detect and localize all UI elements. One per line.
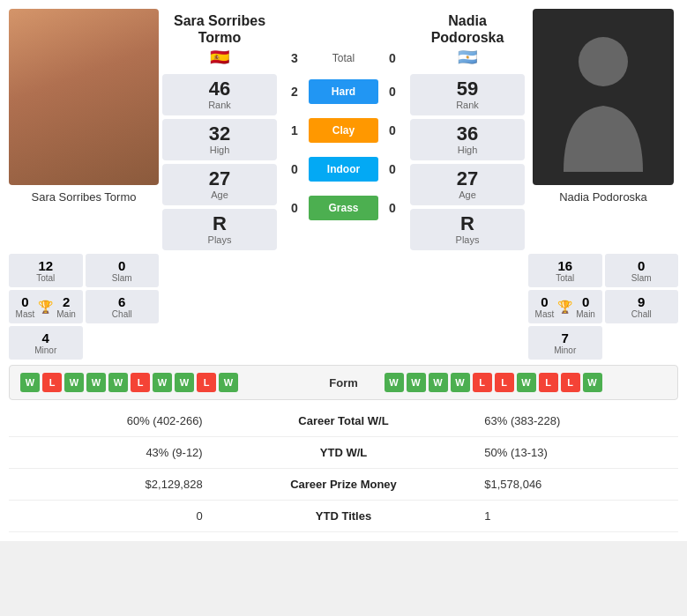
- right-total-score: 0: [382, 51, 403, 65]
- right-total-value: 16: [533, 258, 598, 273]
- stats-label-2: Career Prize Money: [210, 469, 478, 501]
- svg-point-0: [579, 37, 628, 86]
- stats-left-1: 43% (9-12): [9, 437, 210, 469]
- right-minor-lbl: Minor: [533, 345, 598, 355]
- left-slam-lbl: Slam: [90, 273, 155, 283]
- right-high-label: High: [415, 145, 519, 155]
- right-age-value: 27: [415, 169, 519, 189]
- left-high-label: High: [168, 145, 272, 155]
- right-slam-lbl: Slam: [609, 273, 675, 283]
- indoor-left-score: 0: [284, 162, 305, 176]
- left-mid-stats: Sara Sorribes Tormo 🇪🇸 46 Rank 32 High 2…: [162, 9, 277, 250]
- left-form-badge-w: W: [153, 373, 172, 392]
- form-label: Form: [309, 376, 379, 390]
- right-player-name: Nadia Podoroska: [559, 190, 647, 204]
- left-player-name: Sara Sorribes Tormo: [32, 190, 137, 204]
- right-form-badge-w: W: [385, 373, 404, 392]
- total-label: Total: [305, 52, 382, 64]
- right-age-label: Age: [415, 189, 519, 200]
- right-age-block: 27 Age: [410, 164, 525, 205]
- hard-row: 2 Hard 0: [284, 72, 403, 111]
- right-form-badge-w: W: [583, 373, 602, 392]
- left-age-block: 27 Age: [162, 164, 277, 205]
- left-form-badges: WLWWWLWWLW: [20, 373, 303, 392]
- left-high-block: 32 High: [162, 119, 277, 160]
- stats-left-3: 0: [9, 501, 210, 532]
- left-minor-lbl: Minor: [13, 345, 78, 355]
- right-form-badge-w: W: [451, 373, 470, 392]
- left-form-badge-l: L: [42, 373, 62, 392]
- right-chall-lbl: Chall: [609, 309, 675, 319]
- left-total-cell: 12 Total: [9, 254, 83, 287]
- stats-label-3: YTD Titles: [210, 501, 478, 532]
- left-player-photo: [9, 9, 159, 185]
- indoor-row: 0 Indoor 0: [284, 150, 403, 189]
- center-surface-col: 3 Total 0 2 Hard 0 1 Clay 0 0 Indoor 0 0: [280, 9, 407, 250]
- indoor-surface-btn[interactable]: Indoor: [309, 157, 378, 182]
- left-form-badge-l: L: [131, 373, 150, 392]
- stats-right-2: $1,578,046: [477, 469, 678, 501]
- left-age-value: 27: [168, 169, 272, 189]
- total-row: 3 Total 0: [284, 44, 403, 72]
- left-slam-cell: 0 Slam: [86, 254, 160, 287]
- left-high-value: 32: [168, 124, 272, 144]
- grass-surface-btn[interactable]: Grass: [309, 196, 378, 220]
- right-total-lbl: Total: [533, 273, 598, 283]
- left-mast-lbl: Mast: [16, 309, 35, 319]
- right-chall-value: 9: [609, 294, 675, 309]
- stats-row-2: $2,129,828 Career Prize Money $1,578,046: [9, 469, 678, 501]
- grass-row: 0 Grass 0: [284, 189, 403, 227]
- left-player-section: Sara Sorribes Tormo: [9, 9, 159, 250]
- right-slam-value: 0: [609, 258, 675, 273]
- right-form-badges: WWWWLLWLLW: [385, 373, 668, 392]
- left-age-label: Age: [168, 189, 272, 200]
- right-main-lbl: Main: [576, 309, 595, 319]
- stats-label-0: Career Total W/L: [210, 405, 478, 437]
- right-form-badge-w: W: [517, 373, 536, 392]
- form-row: WLWWWLWWLW Form WWWWLLWLLW: [9, 365, 678, 400]
- hard-right-score: 0: [382, 85, 403, 99]
- right-minor-value: 7: [533, 330, 598, 345]
- left-chall-cell: 6 Chall: [86, 290, 160, 323]
- left-flag: 🇪🇸: [162, 48, 277, 67]
- left-form-badge-w: W: [175, 373, 194, 392]
- right-plays-block: R Plays: [410, 209, 525, 250]
- stats-label-1: YTD W/L: [210, 437, 478, 469]
- left-plays-label: Plays: [168, 234, 272, 245]
- right-form-badge-w: W: [429, 373, 448, 392]
- hard-left-score: 2: [284, 85, 305, 99]
- left-mast-value: 0: [16, 294, 35, 309]
- stats-row-0: 60% (402-266) Career Total W/L 63% (383-…: [9, 405, 678, 437]
- left-minor-value: 4: [13, 330, 78, 345]
- right-minor-cell: 7 Minor: [528, 326, 602, 360]
- left-chall-value: 6: [90, 294, 155, 309]
- left-total-value: 12: [13, 258, 78, 273]
- right-high-value: 36: [415, 124, 519, 144]
- left-rank-block: 46 Rank: [162, 74, 277, 115]
- stats-left-2: $2,129,828: [9, 469, 210, 501]
- left-total-score: 3: [284, 51, 305, 65]
- right-flag: 🇦🇷: [410, 48, 525, 67]
- hard-surface-btn[interactable]: Hard: [309, 79, 378, 104]
- left-form-badge-w: W: [219, 373, 238, 392]
- left-rank-value: 46: [168, 79, 272, 99]
- right-mast-lbl: Mast: [535, 309, 555, 319]
- right-player-section: Nadia Podoroska: [528, 9, 678, 250]
- right-mast-value: 0: [535, 294, 555, 309]
- right-form-badge-l: L: [561, 373, 580, 392]
- left-form-badge-w: W: [20, 373, 40, 392]
- left-plays-value: R: [168, 214, 272, 234]
- left-rank-label: Rank: [168, 100, 272, 110]
- left-form-badge-l: L: [197, 373, 216, 392]
- left-chall-lbl: Chall: [90, 309, 155, 319]
- stats-right-3: 1: [477, 501, 678, 532]
- clay-surface-btn[interactable]: Clay: [309, 118, 378, 143]
- left-main-value: 2: [56, 294, 76, 309]
- indoor-right-score: 0: [382, 162, 403, 176]
- stats-right-0: 63% (383-228): [477, 405, 678, 437]
- clay-row: 1 Clay 0: [284, 111, 403, 150]
- right-header-name: Nadia Podoroska: [410, 12, 525, 46]
- left-plays-block: R Plays: [162, 209, 277, 250]
- stats-table: 60% (402-266) Career Total W/L 63% (383-…: [9, 405, 678, 532]
- right-plays-value: R: [415, 214, 519, 234]
